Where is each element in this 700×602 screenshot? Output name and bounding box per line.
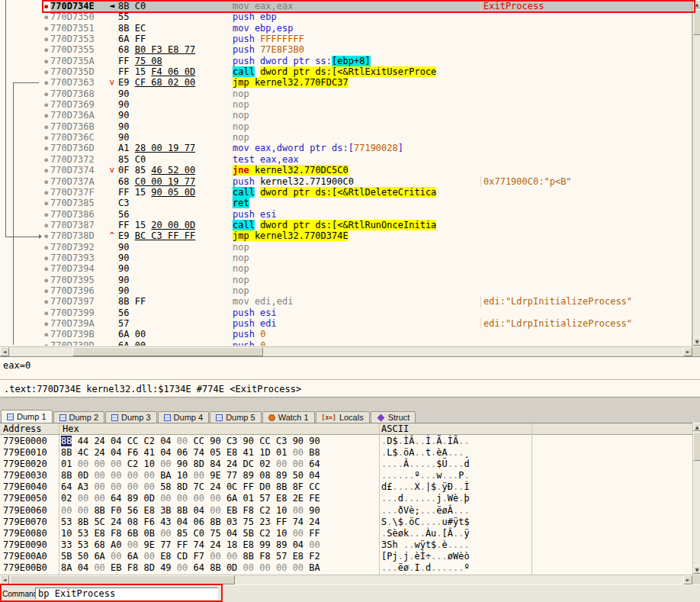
disasm-row[interactable]: ●770D736A90nop bbox=[0, 110, 692, 121]
disasm-row[interactable]: ●770D7387FF 15 20 00 0Dcall dword ptr ds… bbox=[0, 220, 692, 230]
breakpoint-dot-icon[interactable]: ● bbox=[44, 331, 48, 338]
breakpoint-dot-icon[interactable]: ● bbox=[44, 233, 48, 240]
dump-horizontal-scrollbar[interactable]: ◄ ► bbox=[0, 575, 692, 584]
breakpoint-dot-icon[interactable]: ● bbox=[44, 156, 48, 163]
scroll-left-button[interactable]: ◄ bbox=[0, 347, 9, 356]
disasm-row[interactable]: ●770D734E◄8B C0mov eax,eaxExitProcess bbox=[0, 1, 692, 11]
disasm-row[interactable]: ●770D73978B FFmov edi,ediedi:"LdrpInitia… bbox=[0, 296, 692, 307]
dump-row[interactable]: 779E00308B 0D 00 00 00 00 BA 10 00 9E 77… bbox=[0, 470, 692, 481]
disassembly-vertical-scrollbar[interactable]: ▲ ▼ bbox=[692, 0, 700, 346]
scroll-thumb[interactable] bbox=[10, 575, 235, 584]
tab-watch-1[interactable]: Watch 1 bbox=[262, 411, 315, 423]
disasm-row[interactable]: ●770D739690nop bbox=[0, 285, 692, 296]
scroll-thumb[interactable] bbox=[693, 432, 700, 461]
breakpoint-dot-icon[interactable]: ● bbox=[44, 222, 48, 229]
breakpoint-dot-icon[interactable]: ● bbox=[44, 91, 48, 98]
disasm-row[interactable]: ●770D7385C3ret bbox=[0, 198, 692, 208]
disassembly-pane[interactable]: ●770D734E◄8B C0mov eax,eaxExitProcess●77… bbox=[0, 0, 692, 346]
disasm-row[interactable]: ●770D735055push ebp bbox=[0, 11, 692, 22]
dump-row[interactable]: 779E008010 53 E8 F8 6B 0B 00 85 C0 75 04… bbox=[0, 528, 692, 539]
scroll-thumb[interactable] bbox=[693, 9, 700, 35]
tab-dump-3[interactable]: Dump 3 bbox=[105, 411, 157, 423]
breakpoint-dot-icon[interactable]: ● bbox=[44, 134, 48, 141]
disasm-row[interactable]: ●770D7374v0F 85 46 52 00jne kernel32.770… bbox=[0, 165, 692, 175]
disasm-row[interactable]: ●770D738D^E9 BC C3 FF FFjmp kernel32.770… bbox=[0, 230, 692, 241]
breakpoint-dot-icon[interactable]: ● bbox=[44, 124, 48, 130]
disasm-row[interactable]: ●770D736B90nop bbox=[0, 121, 692, 132]
disasm-row[interactable]: ●770D7363vE9 CF 68 02 00jmp kernel32.770… bbox=[0, 77, 692, 88]
breakpoint-dot-icon[interactable]: ● bbox=[44, 277, 48, 284]
scroll-thumb[interactable] bbox=[72, 347, 263, 356]
disasm-row[interactable]: ●770D737FFF 15 90 05 0Dcall dword ptr ds… bbox=[0, 187, 692, 198]
scroll-left-button[interactable]: ◄ bbox=[0, 575, 9, 584]
disasm-row[interactable]: ●770D735DFF 15 F4 06 0Dcall dword ptr ds… bbox=[0, 66, 692, 77]
scroll-up-button[interactable]: ▲ bbox=[693, 423, 700, 431]
disassembly-horizontal-scrollbar[interactable]: ◄ ► bbox=[0, 346, 692, 356]
dump-row[interactable]: 779E007053 8B 5C 24 08 F6 43 04 06 8B 03… bbox=[0, 517, 692, 528]
breakpoint-dot-icon[interactable]: ● bbox=[44, 200, 48, 207]
breakpoint-dot-icon[interactable]: ● bbox=[44, 47, 48, 53]
breakpoint-dot-icon[interactable]: ● bbox=[44, 79, 48, 86]
breakpoint-dot-icon[interactable]: ● bbox=[44, 179, 48, 185]
tab-dump-1[interactable]: Dump 1 bbox=[1, 410, 53, 423]
dump-row[interactable]: 779E00A05B 50 6A 00 6A 00 E8 CD F7 00 00… bbox=[0, 551, 692, 562]
tab-dump-4[interactable]: Dump 4 bbox=[158, 411, 210, 423]
disasm-row[interactable]: ●770D739956push esi bbox=[0, 307, 692, 318]
breakpoint-dot-icon[interactable]: ● bbox=[44, 112, 48, 119]
breakpoint-dot-icon[interactable]: ● bbox=[44, 244, 48, 251]
disasm-row[interactable]: ●770D739B6A 00push 0 bbox=[0, 329, 692, 340]
dump-row[interactable]: 779E009033 53 68 A0 00 9E 77 FF 74 24 18… bbox=[0, 539, 692, 551]
dump-row[interactable]: 779E00008B 44 24 04 CC C2 04 00 CC 90 C3… bbox=[0, 436, 692, 447]
dump-row[interactable]: 779E006000 00 8B F0 56 E8 3B 8B 04 00 EB… bbox=[0, 505, 692, 517]
breakpoint-dot-icon[interactable]: ● bbox=[44, 288, 48, 295]
dump-row[interactable]: 779E005002 00 00 64 89 0D 00 00 00 00 6A… bbox=[0, 493, 692, 504]
breakpoint-dot-icon[interactable]: ● bbox=[44, 211, 48, 218]
disasm-row[interactable]: ●770D738656push esi bbox=[0, 209, 692, 220]
breakpoint-dot-icon[interactable]: ● bbox=[44, 14, 48, 21]
breakpoint-dot-icon[interactable]: ● bbox=[44, 343, 48, 346]
disasm-row[interactable]: ●770D739590nop bbox=[0, 275, 692, 285]
breakpoint-dot-icon[interactable]: ● bbox=[44, 101, 48, 108]
disasm-row[interactable]: ●770D739490nop bbox=[0, 263, 692, 274]
scroll-up-button[interactable]: ▲ bbox=[693, 0, 700, 8]
disasm-row[interactable]: ●770D736C90nop bbox=[0, 132, 692, 143]
dump-row[interactable]: 779E00108B 4C 24 04 F6 41 04 06 74 05 E8… bbox=[0, 447, 692, 459]
dump-row[interactable]: 779E00B08A 04 00 EB F8 8D 49 00 64 8B 0D… bbox=[0, 562, 692, 574]
disasm-row[interactable]: ●770D73536A FFpush FFFFFFFF bbox=[0, 34, 692, 44]
breakpoint-dot-icon[interactable]: ● bbox=[44, 25, 48, 32]
scroll-right-button[interactable]: ► bbox=[683, 575, 692, 584]
disasm-row[interactable]: ●770D736990nop bbox=[0, 99, 692, 110]
dump-pane[interactable]: Address Hex ASCII 779E00008B 44 24 04 CC… bbox=[0, 423, 692, 575]
breakpoint-dot-icon[interactable]: ● bbox=[44, 255, 48, 262]
disasm-row[interactable]: ●770D737285 C0test eax,eax bbox=[0, 154, 692, 165]
disasm-row[interactable]: ●770D739A57push ediedi:"LdrpInitializePr… bbox=[0, 318, 692, 329]
breakpoint-dot-icon[interactable]: ● bbox=[44, 266, 48, 272]
disasm-row[interactable]: ●770D735568 B0 F3 E8 77push 77E8F3B0 bbox=[0, 44, 692, 55]
disasm-row[interactable]: ●770D737A68 C0 00 19 77push kernel32.771… bbox=[0, 176, 692, 187]
breakpoint-dot-icon[interactable]: ● bbox=[44, 310, 48, 317]
breakpoint-dot-icon[interactable]: ● bbox=[44, 320, 48, 327]
scroll-down-button[interactable]: ▼ bbox=[693, 337, 700, 346]
tab-dump-2[interactable]: Dump 2 bbox=[53, 411, 105, 423]
disasm-row[interactable]: ●770D739D6A 00push 0 bbox=[0, 340, 692, 346]
disasm-row[interactable]: ●770D73518B ECmov ebp,esp bbox=[0, 23, 692, 34]
breakpoint-dot-icon[interactable]: ● bbox=[44, 145, 48, 152]
breakpoint-dot-icon[interactable]: ● bbox=[44, 58, 48, 65]
breakpoint-dot-icon[interactable]: ● bbox=[44, 298, 48, 305]
dump-row[interactable]: 779E002001 00 00 00 C2 10 00 90 8D 84 24… bbox=[0, 459, 692, 470]
breakpoint-dot-icon[interactable]: ● bbox=[44, 36, 48, 43]
disasm-row[interactable]: ●770D739290nop bbox=[0, 242, 692, 253]
disasm-row[interactable]: ●770D735AFF 75 08push dword ptr ss:[ebp+… bbox=[0, 56, 692, 66]
breakpoint-dot-icon[interactable]: ● bbox=[44, 3, 48, 10]
command-input[interactable] bbox=[35, 588, 218, 600]
dump-vertical-scrollbar[interactable]: ▲ ▼ bbox=[692, 423, 700, 575]
disasm-row[interactable]: ●770D736DA1 28 00 19 77mov eax,dword ptr… bbox=[0, 143, 692, 153]
disasm-row[interactable]: ●770D739390nop bbox=[0, 253, 692, 263]
tab-locals[interactable]: [x=]Locals bbox=[316, 411, 370, 423]
breakpoint-dot-icon[interactable]: ● bbox=[44, 167, 48, 174]
disasm-row[interactable]: ●770D736890nop bbox=[0, 89, 692, 99]
tab-struct[interactable]: Struct bbox=[371, 411, 416, 423]
scroll-right-button[interactable]: ► bbox=[683, 347, 692, 356]
breakpoint-dot-icon[interactable]: ● bbox=[44, 69, 48, 76]
tab-dump-5[interactable]: Dump 5 bbox=[210, 411, 262, 423]
